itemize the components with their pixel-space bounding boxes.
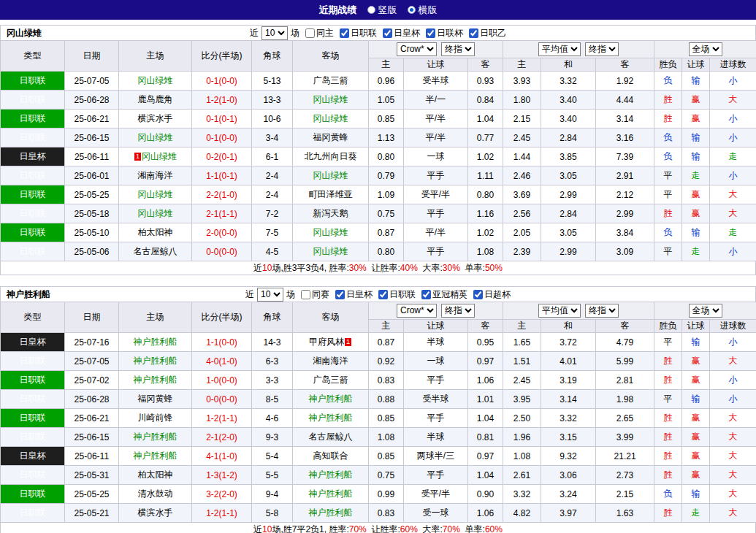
league-filter[interactable]: 日职乙	[466, 27, 506, 39]
asian-home-odds-cell: 0.99	[369, 485, 404, 504]
summary-text: 让胜率:	[367, 263, 400, 273]
away-team-text: 冈山绿雉	[313, 246, 348, 256]
asian-type-select[interactable]: 终指	[441, 304, 475, 318]
away-team-text: 神户胜利船	[309, 469, 353, 480]
date-cell: 25-05-31	[65, 466, 119, 485]
euro-home-odds-cell: 1.44	[503, 147, 541, 166]
home-team-cell: 冈山绿雉	[119, 204, 192, 223]
home-team-text: 神户胜利船	[134, 356, 177, 366]
league-filter[interactable]: 日联杯	[423, 27, 463, 39]
home-team-cell: 柏太阳神	[119, 223, 192, 242]
handicap-result-cell: 赢	[682, 352, 710, 371]
league-checkbox[interactable]	[340, 28, 349, 38]
asian-type-select[interactable]: 终指	[441, 42, 475, 56]
euro-home-odds-cell: 1.51	[503, 352, 541, 371]
goals-result-cell: 小	[710, 110, 756, 129]
league-filter[interactable]: 亚冠精英	[419, 288, 467, 301]
home-team-text: 柏太阳神	[138, 227, 173, 237]
summary-text: 60%	[400, 524, 418, 533]
home-team-cell: 神户胜利船	[119, 371, 192, 390]
goals-result-cell: 大	[710, 185, 756, 204]
euro-type-select[interactable]: 终指	[585, 42, 619, 56]
layout-radio-vertical[interactable]: 竖版	[367, 4, 397, 17]
summary-text: 近	[253, 524, 262, 533]
asian-source-select[interactable]: Crow*	[397, 42, 437, 56]
league-filter[interactable]: 日皇杯	[380, 27, 420, 39]
results-table: 类型日期主场比分(半场)角球客场Crow*终指平均值终指全场主让球客主和客胜负让…	[0, 302, 756, 523]
league-checkbox[interactable]	[473, 290, 483, 299]
team-table-section: 神户胜利船近10场同赛日皇杯日职联亚冠精英日超杯类型日期主场比分(半场)角球客场…	[0, 286, 756, 533]
away-team-text: 名古屋鲸八	[309, 432, 353, 442]
radio-unselected-icon[interactable]	[367, 6, 375, 14]
euro-draw-odds-cell: 3.32	[541, 409, 596, 428]
league-filter[interactable]: 日皇杯	[332, 288, 373, 301]
score-cell: 0-1(0-0)	[192, 72, 252, 91]
same-filter[interactable]: 同主	[302, 27, 334, 39]
euro-home-odds-cell: 2.50	[503, 409, 541, 428]
date-cell: 25-05-10	[65, 223, 119, 242]
euro-home-odds-cell: 1.65	[503, 333, 541, 352]
league-checkbox[interactable]	[469, 28, 478, 38]
asian-home-odds-cell: 0.92	[369, 352, 404, 371]
away-team-cell: 冈山绿雉	[293, 110, 369, 129]
column-header: 类型	[1, 41, 65, 72]
away-team-cell: 神户胜利船	[293, 409, 369, 428]
handicap-result-cell: 输	[682, 129, 710, 147]
asian-away-odds-cell: 0.81	[468, 428, 503, 447]
euro-home-odds-cell: 3.95	[503, 390, 541, 409]
sub-column-header: 进球数	[710, 319, 756, 332]
match-type-cell: 日职联	[1, 185, 65, 204]
recent-count-select[interactable]: 10	[261, 26, 288, 40]
euro-source-select[interactable]: 平均值	[538, 304, 581, 318]
goals-result-cell: 大	[710, 409, 756, 428]
league-filter[interactable]: 日超杯	[470, 288, 511, 301]
tables-container: 冈山绿雉近10场同主日职联日皇杯日联杯日职乙类型日期主场比分(半场)角球客场Cr…	[0, 25, 756, 533]
score-cell: 2-1(1-1)	[192, 204, 252, 223]
radio-selected-icon[interactable]	[408, 6, 416, 14]
home-team-text: 神户胜利船	[134, 337, 177, 347]
league-filter[interactable]: 日职联	[337, 27, 377, 39]
handicap-result-cell: 赢	[682, 91, 710, 110]
same-filter[interactable]: 同赛	[298, 288, 329, 301]
same-checkbox[interactable]	[305, 28, 315, 38]
scope-select[interactable]: 全场	[689, 42, 722, 56]
asian-away-odds-cell: 1.04	[468, 110, 503, 129]
league-checkbox[interactable]	[426, 28, 435, 38]
home-team-text: 冈山绿雉	[138, 132, 173, 142]
away-team-text: 湘南海洋	[313, 356, 348, 366]
euro-source-select[interactable]: 平均值	[538, 42, 581, 56]
layout-radio-horizontal[interactable]: 横版	[408, 4, 438, 17]
away-team-cell: 广岛三箭	[293, 371, 369, 390]
euro-type-select[interactable]: 终指	[585, 304, 619, 318]
league-checkbox[interactable]	[421, 290, 431, 299]
corner-cell: 3-3	[252, 371, 293, 390]
league-checkbox[interactable]	[335, 290, 345, 299]
away-team-cell: 町田泽维亚	[293, 185, 369, 204]
asian-away-odds-cell: 0.90	[468, 485, 503, 504]
home-team-cell: 湘南海洋	[119, 166, 192, 185]
rank-badge: 1	[134, 153, 141, 161]
goals-result-cell: 小	[710, 371, 756, 390]
corner-cell: 3-4	[252, 129, 293, 147]
handicap-result-cell: 走	[682, 166, 710, 185]
home-team-cell: 福冈黄蜂	[119, 390, 192, 409]
column-header: 主场	[119, 302, 192, 333]
home-team-text: 神户胜利船	[134, 432, 177, 442]
league-filter[interactable]: 日职联	[375, 288, 416, 301]
home-team-text: 湘南海洋	[138, 170, 173, 180]
sub-column-header: 主	[369, 58, 404, 71]
recent-count-select[interactable]: 10	[257, 288, 283, 302]
asian-away-odds-cell: 0.84	[468, 91, 503, 110]
euro-odds-header: 平均值终指	[503, 41, 654, 58]
same-checkbox[interactable]	[301, 290, 310, 299]
scope-select[interactable]: 全场	[689, 304, 722, 318]
match-row: 日职联25-05-10柏太阳神2-0(0-0)7-5冈山绿雉0.87平/半1.0…	[1, 223, 756, 242]
home-team-text: 神户胜利船	[134, 450, 177, 461]
sub-column-header: 胜负	[654, 319, 682, 332]
date-cell: 25-05-21	[65, 504, 119, 523]
home-team-cell: 横滨水手	[119, 504, 192, 523]
league-checkbox[interactable]	[378, 290, 388, 299]
asian-source-select[interactable]: Crow*	[397, 304, 437, 318]
league-checkbox[interactable]	[383, 28, 392, 38]
score-cell: 0-0(0-0)	[192, 390, 252, 409]
